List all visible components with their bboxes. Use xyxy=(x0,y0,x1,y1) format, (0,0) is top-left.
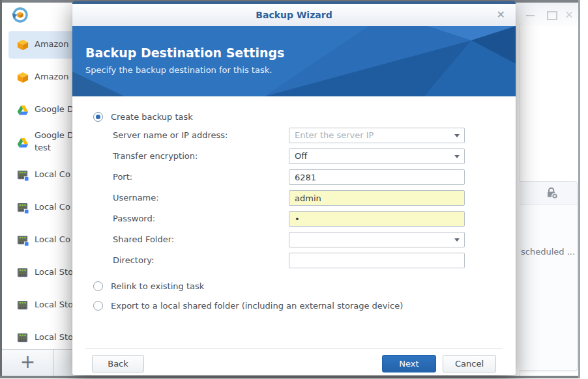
chevron-down-icon xyxy=(454,134,460,137)
option-create-backup-task[interactable]: Create backup task xyxy=(93,111,193,122)
chevron-down-icon xyxy=(454,155,460,158)
window-frame-bottom xyxy=(0,376,580,378)
server-icon xyxy=(17,267,29,279)
server-connected-icon xyxy=(17,202,29,214)
minimize-icon[interactable] xyxy=(525,10,536,20)
directory-field[interactable] xyxy=(289,253,465,268)
wizard-banner: Backup Destination Settings Specify the … xyxy=(72,26,516,96)
add-task-button[interactable]: + xyxy=(2,350,53,376)
dialog-titlebar: Backup Wizard ✕ xyxy=(72,4,516,26)
hyper-backup-logo-icon xyxy=(12,7,29,23)
footer-divider xyxy=(85,348,503,349)
screen: Amazon Amazon Google D Google D test xyxy=(0,0,588,379)
password-field[interactable] xyxy=(289,211,465,227)
radio-create-backup-task[interactable] xyxy=(93,112,103,122)
server-ip-combobox[interactable]: Enter the server IP xyxy=(289,128,465,143)
task-summary-panel: scheduled ... xyxy=(520,181,578,371)
radio-relink-existing-task[interactable] xyxy=(93,281,103,291)
wizard-form: Create backup task Server name or IP add… xyxy=(72,96,516,348)
next-button[interactable]: Next xyxy=(382,355,436,372)
clipped-status-text: scheduled ... xyxy=(521,247,575,257)
option-export-local-folder[interactable]: Export to a local shared folder (includi… xyxy=(93,300,403,311)
maximize-icon[interactable] xyxy=(546,10,557,20)
window-close-icon[interactable]: ✕ xyxy=(564,10,574,20)
window-frame-left xyxy=(0,0,2,377)
server-connected-icon xyxy=(17,234,29,246)
unlink-icon[interactable] xyxy=(545,186,558,199)
google-drive-icon xyxy=(17,137,29,148)
port-field[interactable] xyxy=(289,169,465,185)
banner-polygon-art xyxy=(72,26,516,96)
wizard-step-subtitle: Specify the backup destination for this … xyxy=(85,65,272,75)
google-drive-icon xyxy=(17,104,29,116)
server-icon xyxy=(17,332,29,344)
amazon-cube-icon xyxy=(17,39,29,51)
username-field[interactable] xyxy=(289,190,465,206)
back-button[interactable]: Back xyxy=(92,355,144,372)
dialog-title: Backup Wizard xyxy=(72,4,516,26)
transfer-encryption-combobox[interactable]: Off xyxy=(289,148,465,164)
server-connected-icon xyxy=(17,169,29,181)
task-summary-panel-header xyxy=(520,182,578,204)
wizard-step-title: Backup Destination Settings xyxy=(85,46,284,60)
sidebar-footer-divider xyxy=(53,350,54,376)
background-window-right: ✕ scheduled ... xyxy=(516,3,578,376)
window-frame-right xyxy=(578,0,580,378)
chevron-down-icon xyxy=(454,238,460,242)
cancel-button[interactable]: Cancel xyxy=(443,355,496,372)
backup-wizard-dialog: Backup Wizard ✕ Backup Destination Setti… xyxy=(72,1,516,375)
dialog-close-icon[interactable]: ✕ xyxy=(497,4,505,26)
option-relink-existing-task[interactable]: Relink to existing task xyxy=(93,280,204,292)
radio-export-local-folder[interactable] xyxy=(93,301,103,311)
amazon-cube-icon xyxy=(17,72,29,83)
server-icon xyxy=(17,300,29,311)
dialog-footer: Back Next Cancel xyxy=(72,348,516,375)
shared-folder-combobox[interactable] xyxy=(289,232,465,247)
